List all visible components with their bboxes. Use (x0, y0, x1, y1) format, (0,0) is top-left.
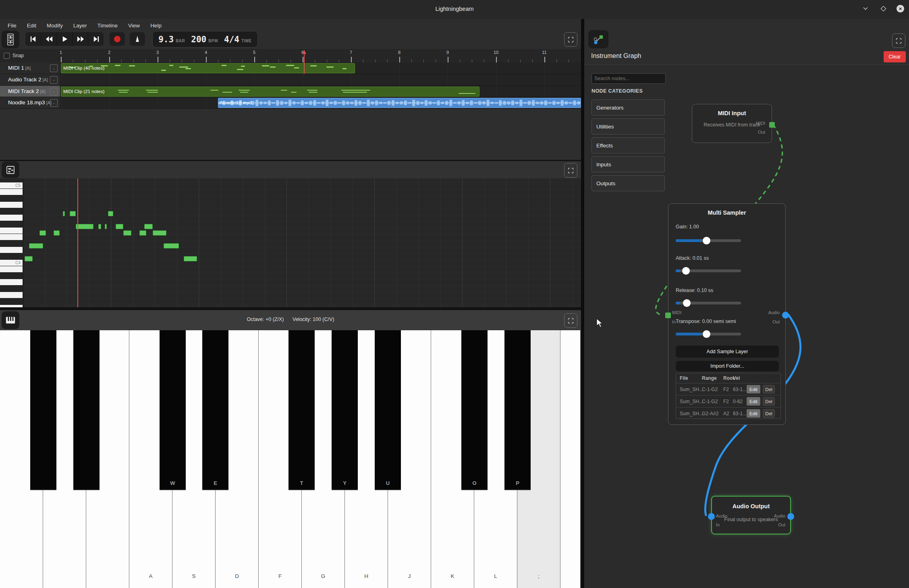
midi-note[interactable] (105, 224, 107, 229)
black-key-O[interactable]: O (461, 330, 488, 490)
slider-track[interactable] (676, 333, 741, 335)
track-header[interactable]: MIDI Track 2[A]- (0, 86, 60, 97)
slider-thumb[interactable] (682, 267, 690, 275)
add-sample-layer-button[interactable]: Add Sample Layer (676, 346, 779, 358)
track-mute-button[interactable]: - (50, 99, 58, 107)
menu-help[interactable]: Help (145, 23, 167, 29)
tempo-display[interactable]: 9.3BAR200BPM4/4TIME (152, 31, 258, 48)
black-key-W[interactable]: W (160, 330, 186, 490)
midi-note[interactable] (63, 211, 65, 216)
piano-roll-expand-button[interactable] (564, 163, 577, 178)
track-mute-button[interactable]: - (50, 64, 58, 72)
menu-layer[interactable]: Layer (68, 23, 92, 29)
midi-note[interactable] (29, 243, 43, 248)
metronome-button[interactable] (130, 32, 145, 46)
minimize-icon[interactable] (861, 4, 870, 13)
piano-roll-tab-button[interactable] (2, 161, 19, 178)
roll-white-key[interactable] (0, 228, 23, 234)
midi-note[interactable] (116, 224, 123, 229)
snap-checkbox[interactable] (4, 53, 10, 59)
edit-button[interactable]: Edit (747, 409, 760, 418)
midi-note[interactable] (139, 230, 146, 236)
midi-note[interactable] (76, 224, 93, 229)
piano-roll[interactable]: C5C4 (0, 178, 581, 307)
slider-track[interactable] (676, 239, 741, 242)
track-header[interactable]: Noodle 18.mp3[A]- (0, 97, 60, 108)
slider-track[interactable] (676, 269, 741, 272)
midi-note[interactable] (98, 224, 101, 229)
category-inputs[interactable]: Inputs (591, 156, 665, 172)
black-key-P[interactable]: P (504, 330, 531, 490)
midi-in-port[interactable] (665, 313, 671, 318)
track-header[interactable]: Audio Track 2[A]- (0, 74, 60, 85)
node-audio-output[interactable]: Audio Output Final output to speakers Au… (711, 496, 791, 534)
audio-in-port[interactable] (708, 513, 715, 520)
category-generators[interactable]: Generators (591, 99, 665, 116)
edit-button[interactable]: Edit (747, 385, 760, 393)
track-row[interactable]: Audio Track 2[A]- (0, 74, 581, 86)
maximize-icon[interactable] (879, 4, 888, 13)
black-key-unlabeled[interactable] (73, 330, 100, 490)
midi-clip[interactable]: MIDI Clip (40 notes) (61, 63, 355, 73)
category-outputs[interactable]: Outputs (591, 175, 665, 191)
search-input[interactable] (591, 73, 666, 84)
roll-white-key[interactable] (0, 305, 23, 307)
audio-out-port[interactable] (787, 513, 794, 520)
timeline-expand-button[interactable] (564, 32, 577, 47)
del-button[interactable]: Del (763, 385, 775, 393)
panel-divider[interactable] (0, 307, 581, 310)
menu-file[interactable]: File (2, 23, 22, 29)
black-key-unlabeled[interactable] (30, 330, 56, 490)
timeline-ruler[interactable]: Snap 1234567891011 (0, 49, 581, 62)
node-multi-sampler[interactable]: Multi Sampler Gain: 1.00Attack: 0.01 ssR… (668, 203, 786, 425)
roll-white-key[interactable] (0, 202, 23, 208)
midi-clip[interactable]: MIDI Clip (21 notes) (61, 87, 479, 97)
del-button[interactable]: Del (763, 397, 775, 406)
slider-thumb[interactable] (703, 237, 710, 244)
graph-expand-button[interactable] (892, 33, 905, 48)
black-key-U[interactable]: U (375, 330, 401, 490)
track-mute-button[interactable]: - (50, 76, 58, 84)
roll-white-key[interactable] (0, 292, 23, 298)
black-key-Y[interactable]: Y (332, 330, 358, 490)
midi-note[interactable] (184, 256, 197, 261)
roll-playhead[interactable] (77, 178, 78, 307)
category-utilities[interactable]: Utilities (591, 118, 665, 135)
midi-note[interactable] (164, 243, 179, 248)
roll-white-key[interactable] (0, 215, 23, 221)
graph-tab-button[interactable] (588, 30, 608, 48)
midi-note[interactable] (39, 230, 46, 236)
pane-divider[interactable] (581, 19, 584, 588)
audio-clip[interactable]: Noodle 18.mp3 (218, 98, 581, 108)
midi-note[interactable] (25, 256, 33, 261)
audio-out-port[interactable] (782, 312, 789, 319)
midi-note[interactable] (123, 230, 131, 236)
del-button[interactable]: Del (763, 409, 775, 418)
clear-button[interactable]: Clear (884, 51, 906, 62)
rewind-button[interactable] (41, 32, 57, 46)
close-icon[interactable]: × (897, 5, 904, 12)
roll-white-key[interactable] (0, 234, 23, 240)
black-key-E[interactable]: E (202, 330, 228, 490)
slider-track[interactable] (676, 302, 741, 304)
roll-white-key[interactable] (0, 247, 23, 253)
roll-white-key[interactable] (0, 279, 23, 285)
menu-edit[interactable]: Edit (22, 23, 42, 29)
white-key-unlabeled[interactable] (560, 330, 581, 588)
menu-modify[interactable]: Modify (42, 23, 68, 29)
menu-timeline[interactable]: Timeline (92, 23, 123, 29)
keyboard-tab-button[interactable] (2, 311, 19, 329)
skip-end-button[interactable] (88, 32, 104, 46)
menu-view[interactable]: View (123, 23, 145, 29)
slider-thumb[interactable] (703, 330, 710, 338)
midi-note[interactable] (54, 230, 60, 236)
category-effects[interactable]: Effects (591, 137, 665, 153)
skip-start-button[interactable] (25, 32, 41, 46)
track-header[interactable]: MIDI 1[A]- (0, 62, 60, 74)
import-folder-button[interactable]: Import Folder... (676, 361, 779, 371)
midi-out-port[interactable] (769, 122, 775, 128)
play-button[interactable] (57, 32, 73, 46)
midi-note[interactable] (70, 211, 76, 216)
midi-note[interactable] (108, 211, 113, 216)
node-midi-input[interactable]: MIDI Input Receives MIDI from track MIDI… (692, 104, 772, 143)
